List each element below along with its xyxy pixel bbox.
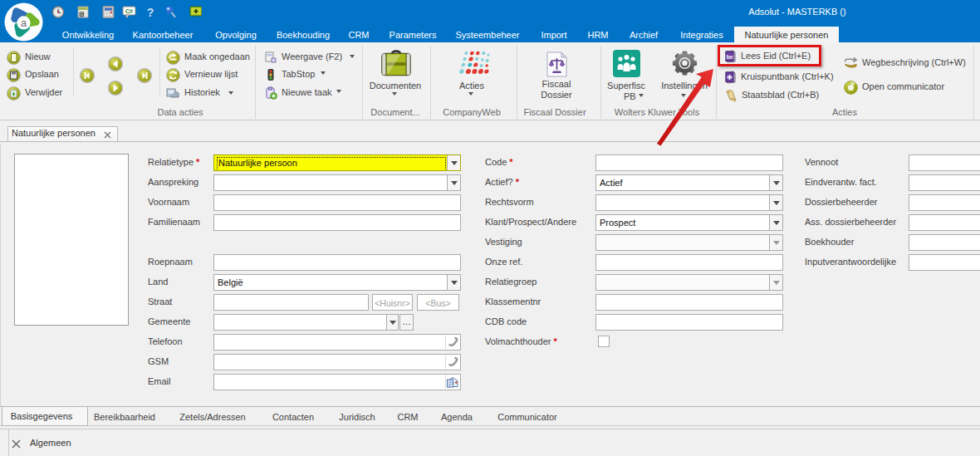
svg-text:?: ? (147, 6, 154, 18)
svg-text:t1: t1 (80, 12, 83, 17)
svg-text:C#: C# (125, 8, 133, 14)
svg-text:a: a (21, 17, 27, 29)
